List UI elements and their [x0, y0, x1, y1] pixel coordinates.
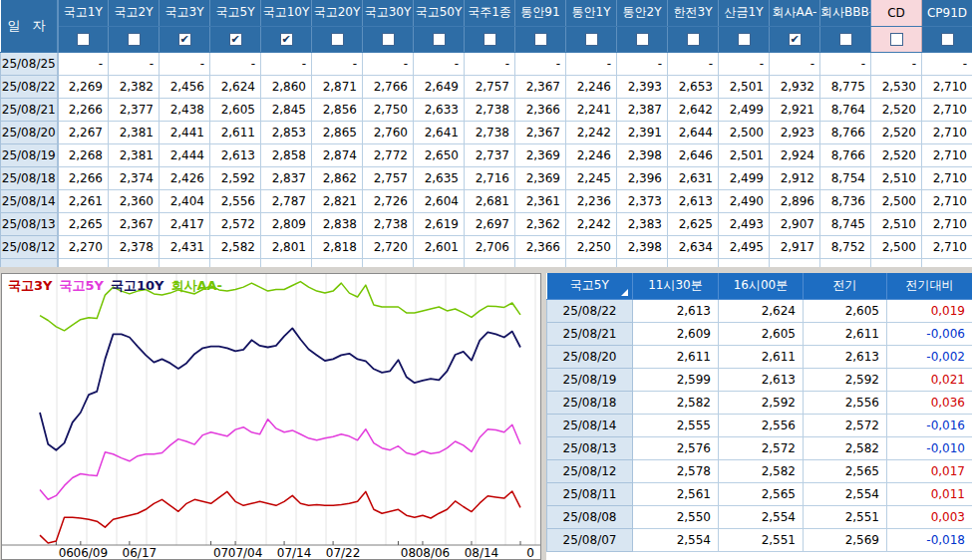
rate-cell: 2,490: [719, 189, 770, 212]
rate-cell: -: [668, 52, 719, 75]
rate-cell: 2,367: [515, 121, 566, 143]
series-line-국고5Y: [40, 420, 520, 500]
rate-cell: 2,387: [617, 98, 668, 121]
change-cell: 0,017: [887, 459, 972, 482]
series-checkbox-국고50Y[interactable]: [433, 33, 446, 46]
rate-1130-cell: 2,613: [633, 299, 719, 322]
date-cell: 25/08/14: [1, 189, 58, 212]
rate-1130-cell: 2,576: [633, 436, 719, 459]
rate-cell: 2,556: [210, 189, 261, 212]
rate-cell: -: [109, 52, 160, 75]
column-checkbox-cell: ✔: [210, 26, 261, 52]
rate-cell: 2,268: [58, 143, 109, 166]
rate-cell: 2,896: [770, 189, 820, 212]
table-row: 25/08/222,2692,3822,4562,6242,8602,8712,…: [1, 75, 972, 98]
series-checkbox-산금1Y[interactable]: [738, 33, 751, 46]
table-row: 25/08/122,2702,3782,4312,5822,8012,8182,…: [1, 235, 972, 258]
rate-cell: [363, 258, 414, 267]
rate-1600-cell: 2,554: [719, 505, 804, 528]
rate-cell: 2,362: [515, 212, 566, 235]
rate-cell: 2,801: [261, 235, 312, 258]
date-cell: 25/08/21: [547, 322, 633, 345]
series-checkbox-통안2Y[interactable]: [636, 33, 649, 46]
rate-cell: -: [770, 52, 820, 75]
series-checkbox-CP91D[interactable]: [941, 33, 954, 46]
series-checkbox-통안91[interactable]: [534, 33, 547, 46]
series-checkbox-국주1종[interactable]: [484, 33, 496, 46]
series-checkbox-국고3Y[interactable]: ✔: [178, 33, 191, 46]
change-cell: -0,002: [887, 345, 972, 368]
x-axis-label: 08/14: [465, 546, 499, 559]
rate-cell: 2,716: [465, 166, 515, 189]
rate-1600-cell: 2,613: [719, 368, 804, 391]
column-header-회사AA-: 회사AA-: [770, 0, 820, 26]
intraday-row: 25/08/182,5822,5922,5560,036: [547, 391, 972, 414]
series-checkbox-국고1Y[interactable]: [77, 33, 90, 46]
prev-cell: 2,605: [804, 299, 887, 322]
intraday-col-header-국고5Y[interactable]: 국고5Y: [547, 273, 633, 299]
column-header-통안2Y: 통안2Y: [617, 0, 668, 26]
rate-cell: 2,245: [566, 166, 617, 189]
series-checkbox-한전3Y[interactable]: [687, 33, 700, 46]
rate-cell: [515, 258, 566, 267]
intraday-col-header-11시30분: 11시30분: [633, 273, 719, 299]
rate-cell: 2,710: [922, 235, 972, 258]
rate-cell: 2,924: [770, 143, 820, 166]
series-checkbox-통안1Y[interactable]: [585, 33, 598, 46]
column-header-통안1Y: 통안1Y: [566, 0, 617, 26]
series-checkbox-회사BBB-[interactable]: [839, 33, 852, 46]
table-row: 25/08/212,2662,3772,4382,6052,8452,8562,…: [1, 98, 972, 121]
rate-cell: 2,646: [668, 143, 719, 166]
date-cell: 25/08/12: [547, 459, 633, 482]
series-checkbox-국고30Y[interactable]: [382, 33, 395, 46]
rate-cell: 2,625: [668, 212, 719, 235]
rate-cell: 2,381: [109, 121, 160, 143]
rate-cell: 2,369: [515, 166, 566, 189]
rate-cell: 2,510: [871, 212, 922, 235]
rate-cell: 2,250: [566, 235, 617, 258]
rate-cell: 2,261: [58, 189, 109, 212]
rate-cell: 2,493: [719, 212, 770, 235]
rate-cell: 2,382: [109, 75, 160, 98]
series-checkbox-회사AA-[interactable]: ✔: [789, 33, 802, 46]
rate-cell: [109, 258, 160, 267]
rate-1130-cell: 2,578: [633, 459, 719, 482]
column-checkbox-cell: [515, 26, 566, 52]
rate-cell: -: [820, 52, 871, 75]
chart-legend: 국고3Y국고5Y국고10Y회사AA-: [8, 277, 229, 295]
rate-cell: 2,242: [566, 121, 617, 143]
rate-cell: 2,838: [312, 212, 363, 235]
rate-cell: 2,530: [871, 75, 922, 98]
rate-cell: [414, 258, 465, 267]
rate-cell: 2,737: [465, 143, 515, 166]
rate-cell: 2,441: [160, 121, 210, 143]
sort-indicator-icon: [621, 289, 628, 296]
column-header-국고3Y: 국고3Y: [160, 0, 210, 26]
rate-cell: -: [58, 52, 109, 75]
rate-cell: 2,374: [109, 166, 160, 189]
rate-1600-cell: 2,592: [719, 391, 804, 414]
column-checkbox-cell: [414, 26, 465, 52]
column-checkbox-cell: [617, 26, 668, 52]
table-row: 25/08/132,2652,3672,4172,5722,8092,8382,…: [1, 212, 972, 235]
intraday-col-header-전기: 전기: [804, 273, 887, 299]
rate-cell: 2,710: [922, 189, 972, 212]
x-axis-label: 0: [526, 546, 534, 559]
series-checkbox-국고5Y[interactable]: ✔: [229, 33, 242, 46]
date-cell: 25/08/14: [547, 414, 633, 436]
rate-cell: 2,787: [261, 189, 312, 212]
table-row: 25/08/192,2682,3812,4442,6132,8582,8742,…: [1, 143, 972, 166]
daily-rates-table: 일 자국고1Y국고2Y국고3Y국고5Y국고10Y국고20Y국고30Y국고50Y국…: [0, 0, 972, 267]
series-checkbox-국고20Y[interactable]: [331, 33, 344, 46]
rate-cell: 8,775: [820, 75, 871, 98]
intraday-col-header-16시00분: 16시00분: [719, 273, 804, 299]
date-cell: 25/08/21: [1, 98, 58, 121]
column-header-국고1Y: 국고1Y: [58, 0, 109, 26]
series-checkbox-CD[interactable]: [890, 33, 903, 46]
rate-cell: [617, 258, 668, 267]
series-checkbox-국고10Y[interactable]: ✔: [280, 33, 293, 46]
rate-cell: 2,266: [58, 166, 109, 189]
rate-cell: 2,369: [515, 143, 566, 166]
rate-cell: 2,438: [160, 98, 210, 121]
series-checkbox-국고2Y[interactable]: [128, 33, 141, 46]
